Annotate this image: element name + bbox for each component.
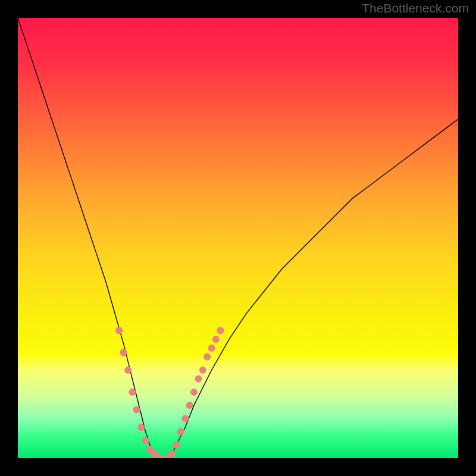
- data-point: [115, 327, 123, 334]
- data-point: [195, 375, 202, 383]
- data-point: [133, 406, 140, 414]
- chart-frame: TheBottleneck.com: [0, 0, 476, 476]
- data-point: [142, 437, 149, 444]
- data-point: [137, 424, 145, 431]
- data-point: [177, 428, 184, 436]
- plot-area: [18, 18, 458, 458]
- data-point: [217, 327, 224, 334]
- bottleneck-chart: [18, 18, 458, 458]
- data-point: [199, 367, 206, 374]
- data-point: [186, 402, 193, 409]
- data-point: [208, 345, 215, 352]
- data-point: [168, 450, 176, 458]
- data-point: [203, 353, 211, 361]
- data-point: [212, 336, 220, 343]
- data-point: [129, 389, 136, 396]
- watermark-text: TheBottleneck.com: [362, 1, 469, 15]
- data-point: [124, 367, 131, 374]
- data-point: [190, 389, 198, 396]
- gradient-background: [18, 18, 458, 458]
- data-point: [120, 349, 127, 356]
- data-point: [181, 415, 189, 422]
- data-point: [173, 441, 180, 449]
